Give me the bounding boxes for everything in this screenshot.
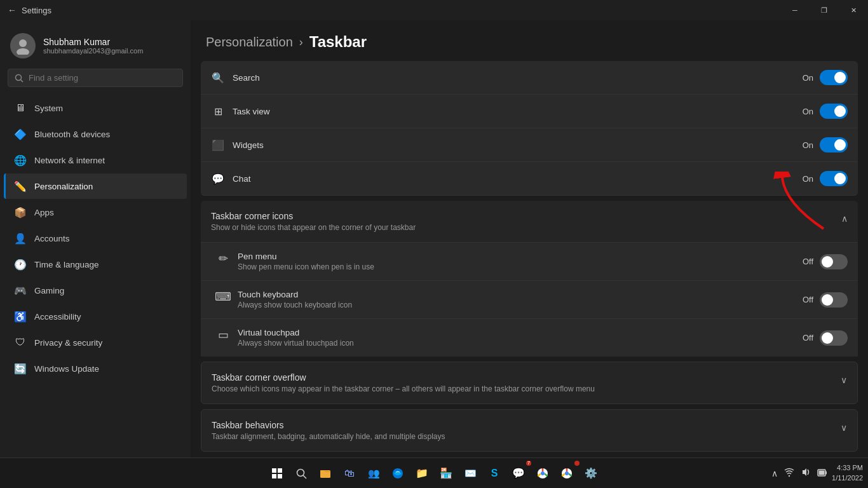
sub-toggle-thumb-pen_menu — [822, 256, 833, 268]
svg-point-9 — [297, 469, 304, 476]
taskbar-chrome[interactable] — [531, 462, 554, 485]
sub-icon-pen_menu: ✏ — [216, 252, 230, 266]
nav-label-windows_update: Windows Update — [34, 364, 99, 374]
search-input[interactable] — [29, 73, 176, 83]
setting-icon-search: 🔍 — [211, 71, 225, 85]
taskbar-skype[interactable]: S — [483, 462, 506, 485]
nav-label-network: Network & internet — [34, 156, 105, 165]
taskbar-clock[interactable]: 4:33 PM 1/11/2022 — [832, 463, 863, 483]
toggle-search[interactable] — [820, 70, 848, 85]
sidebar-item-privacy[interactable]: 🛡 Privacy & security — [4, 330, 187, 355]
sidebar-item-bluetooth[interactable]: 🔷 Bluetooth & devices — [4, 121, 187, 147]
nav-label-privacy: Privacy & security — [34, 338, 102, 348]
corner-overflow-header[interactable]: Taskbar corner overflow Choose which ico… — [201, 362, 858, 404]
setting-left-widgets: ⬛ Widgets — [211, 138, 264, 152]
sub-left-pen_menu: ✏ Pen menu Show pen menu icon when pen i… — [216, 252, 374, 271]
setting-label-task_view: Task view — [233, 107, 270, 116]
taskbar-chrome2[interactable] — [555, 462, 578, 485]
sidebar-item-personalization[interactable]: ✏️ Personalization — [4, 173, 187, 199]
app-body: Shubham Kumar shubhamdayal2043@gmail.com… — [0, 20, 868, 458]
breadcrumb-parent: Personalization — [206, 35, 293, 50]
toggle-label-search: On — [803, 73, 813, 83]
close-button[interactable]: ✕ — [839, 0, 868, 20]
nav-icon-system: 🖥 — [14, 102, 27, 114]
nav-label-system: System — [34, 104, 63, 113]
sidebar-item-system[interactable]: 🖥 System — [4, 95, 187, 121]
svg-point-0 — [19, 39, 27, 47]
corner-icons-header[interactable]: Taskbar corner icons Show or hide icons … — [201, 201, 858, 243]
taskbar-whatsapp[interactable]: 💬 7 — [507, 462, 530, 485]
nav-label-personalization: Personalization — [34, 182, 93, 191]
sidebar-item-accessibility[interactable]: ♿ Accessibility — [4, 304, 187, 329]
svg-rect-6 — [278, 468, 282, 473]
taskbar-item-task_view: ⊞ Task view On — [201, 95, 858, 128]
tray-speaker[interactable] — [799, 466, 813, 480]
user-info: Shubham Kumar shubhamdayal2043@gmail.com — [43, 37, 143, 55]
sub-toggle-pen_menu[interactable] — [820, 254, 848, 269]
corner-overflow-subtitle: Choose which icons may appear in the tas… — [212, 384, 595, 393]
content: Personalization › Taskbar 🔍 Search On ⊞ … — [191, 20, 868, 458]
nav-label-time: Time & language — [34, 260, 99, 269]
nav-label-apps: Apps — [34, 208, 54, 217]
taskbar-store2[interactable]: 🏪 — [435, 462, 458, 485]
svg-point-18 — [789, 475, 790, 477]
user-section[interactable]: Shubham Kumar shubhamdayal2043@gmail.com — [0, 20, 191, 69]
taskbar-teams[interactable]: 👥 — [362, 462, 385, 485]
behaviors-header[interactable]: Taskbar behaviors Taskbar alignment, bad… — [201, 409, 858, 452]
sub-left-virtual_touchpad: ▭ Virtual touchpad Always show virtual t… — [216, 328, 354, 348]
avatar — [10, 33, 36, 58]
tray-battery[interactable] — [815, 467, 829, 480]
sub-right-virtual_touchpad: Off — [803, 330, 848, 346]
search-icon — [15, 74, 24, 83]
sub-text-pen_menu: Pen menu Show pen menu icon when pen is … — [238, 252, 374, 271]
taskbar-folder[interactable]: 📁 — [410, 462, 433, 485]
toggle-widgets[interactable] — [820, 137, 848, 152]
sub-toggle-thumb-touch_keyboard — [822, 294, 833, 306]
toggle-task_view[interactable] — [820, 104, 848, 119]
taskbar-edge[interactable] — [386, 462, 409, 485]
tray-chevron[interactable]: ∧ — [770, 467, 780, 480]
taskbar-items-list: 🔍 Search On ⊞ Task view On — [201, 61, 858, 196]
taskbar-search[interactable] — [290, 462, 313, 485]
sidebar-item-time[interactable]: 🕐 Time & language — [4, 252, 187, 277]
setting-label-widgets: Widgets — [233, 140, 264, 150]
taskbar-files[interactable] — [314, 462, 337, 485]
taskbar-settings[interactable]: ⚙️ — [580, 462, 602, 485]
maximize-button[interactable]: ❐ — [810, 0, 839, 20]
sub-toggle-touch_keyboard[interactable] — [820, 292, 848, 308]
search-box[interactable] — [8, 69, 183, 87]
minimize-button[interactable]: ─ — [780, 0, 810, 20]
sub-text-touch_keyboard: Touch keyboard Always show touch keyboar… — [238, 290, 352, 309]
sub-left-touch_keyboard: ⌨ Touch keyboard Always show touch keybo… — [216, 290, 352, 309]
nav-icon-gaming: 🎮 — [14, 284, 27, 297]
breadcrumb-sep: › — [299, 36, 303, 49]
sub-text-virtual_touchpad: Virtual touchpad Always show virtual tou… — [238, 328, 354, 348]
sub-toggle-label-touch_keyboard: Off — [803, 295, 813, 304]
sub-desc-touch_keyboard: Always show touch keyboard icon — [238, 301, 352, 309]
toggle-chat[interactable] — [820, 171, 848, 186]
corner-overflow-wrapper: Taskbar corner overflow Choose which ico… — [201, 362, 858, 404]
sidebar-item-accounts[interactable]: 👤 Accounts — [4, 226, 187, 251]
sub-desc-virtual_touchpad: Always show virtual touchpad icon — [238, 339, 354, 348]
taskbar-store[interactable]: 🛍 — [338, 462, 361, 485]
sidebar-item-gaming[interactable]: 🎮 Gaming — [4, 278, 187, 303]
setting-icon-task_view: ⊞ — [211, 104, 225, 118]
sidebar-item-apps[interactable]: 📦 Apps — [4, 200, 187, 225]
corner-icons-wrapper: Taskbar corner icons Show or hide icons … — [201, 201, 858, 356]
sidebar-item-windows_update[interactable]: 🔄 Windows Update — [4, 356, 187, 381]
behaviors-subtitle: Taskbar alignment, badging, automaticall… — [212, 432, 445, 441]
nav-icon-accounts: 👤 — [14, 232, 27, 245]
back-icon[interactable]: ← — [8, 5, 17, 15]
corner-overflow-title: Taskbar corner overflow — [212, 372, 595, 383]
corner-icon-touch_keyboard: ⌨ Touch keyboard Always show touch keybo… — [201, 281, 858, 319]
taskbar-start[interactable] — [266, 462, 288, 485]
taskbar-mail[interactable]: ✉️ — [459, 462, 482, 485]
nav-icon-network: 🌐 — [14, 154, 27, 166]
sub-toggle-virtual_touchpad[interactable] — [820, 330, 848, 346]
toggle-label-chat: On — [803, 174, 813, 184]
sidebar-item-network[interactable]: 🌐 Network & internet — [4, 147, 187, 173]
nav-icon-time: 🕐 — [14, 258, 27, 271]
sub-label-virtual_touchpad: Virtual touchpad — [238, 328, 354, 337]
corner-icons-title: Taskbar corner icons — [211, 211, 416, 221]
tray-wifi[interactable] — [782, 466, 796, 480]
